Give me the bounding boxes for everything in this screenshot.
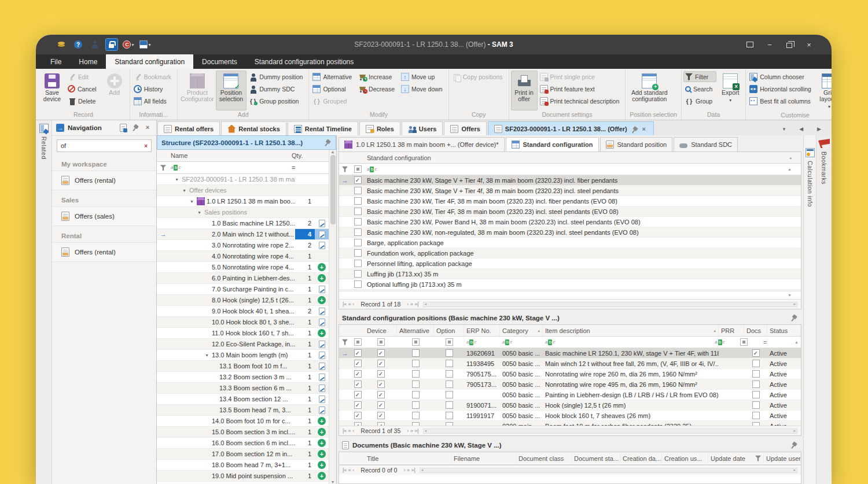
qty-filter-operator[interactable]: = [292, 164, 315, 171]
position-doc-icon[interactable] [319, 319, 325, 326]
qty-cell[interactable]: 1 [295, 460, 315, 470]
cell-checkbox[interactable] [446, 370, 453, 378]
column-header-erp-no[interactable]: ERP No. [464, 325, 500, 336]
pager-first-icon[interactable]: |« « ‹ [343, 467, 354, 473]
qty-cell[interactable]: 1 [295, 372, 315, 382]
add-position-icon[interactable]: + [318, 263, 326, 271]
config-checkbox[interactable] [354, 249, 362, 257]
qty-cell[interactable]: 1 [295, 328, 315, 338]
menu-tab-file[interactable]: File [42, 54, 70, 69]
cell-checkbox[interactable] [752, 391, 760, 398]
menu-tab-documents[interactable]: Documents [193, 54, 246, 69]
coins-icon[interactable] [56, 39, 67, 50]
scroll-down-icon[interactable]: ▼ [788, 293, 792, 297]
column-header-docs[interactable]: Docs [744, 325, 767, 336]
add-position-icon[interactable]: + [318, 461, 326, 469]
config-row[interactable]: Personnel lifting, application package [339, 258, 801, 269]
qty-cell[interactable]: 1 [295, 350, 315, 360]
config-checkbox[interactable] [354, 228, 362, 236]
history-button[interactable]: History [132, 83, 175, 94]
pin-icon[interactable] [321, 136, 333, 149]
cell-checkbox[interactable] [354, 360, 362, 367]
add-position-icon[interactable]: + [318, 274, 326, 282]
structure-scrollbar[interactable]: ▲ ▼ [329, 150, 336, 484]
column-header-alternative[interactable]: Alternative [397, 325, 434, 336]
cell-checkbox[interactable] [354, 412, 362, 419]
tree-row[interactable]: 10.0 Hook block 80 t, 3 she...1 [157, 317, 329, 328]
tree-row[interactable]: 6.0 Painting in Liebherr-des...1+ [157, 273, 329, 284]
position-row[interactable]: →136206910050 basic ...Basic machine LR … [339, 348, 801, 359]
clear-search-icon[interactable]: × [144, 143, 148, 149]
tree-row[interactable]: ▾1.0 LR 1250.1 38 m main boo...1 [157, 196, 329, 207]
column-header-update-date[interactable]: Update date [708, 452, 764, 464]
document-tab-roles[interactable]: Roles [359, 121, 400, 135]
column-header-qty[interactable]: Qty. [292, 152, 315, 159]
cell-checkbox[interactable] [354, 370, 362, 378]
move-down-button[interactable]: ↓Move down [399, 83, 447, 94]
scroll-left-icon[interactable]: ◀ [799, 126, 803, 132]
column-header-option[interactable]: Option [434, 325, 464, 336]
horizontal-scrolling-button[interactable]: Horizontal scrolling [748, 83, 815, 94]
tree-row[interactable]: ▾SF2023-000091-1 - LR 1250.1 38 m main .… [157, 174, 329, 185]
cell-checkbox[interactable] [377, 401, 385, 409]
cell-checkbox[interactable] [446, 360, 453, 367]
pager-last-icon[interactable]: › » »| [403, 467, 415, 473]
add-position-icon[interactable]: + [318, 472, 326, 480]
config-row[interactable]: Basic machine 230 kW, Stage V + Tier 4f,… [339, 186, 801, 196]
document-tab-rental-timeline[interactable]: Rental Timeline [288, 121, 358, 135]
unlock-icon[interactable] [106, 39, 117, 50]
cell-checkbox[interactable] [412, 391, 420, 398]
cell-checkbox[interactable] [752, 412, 760, 419]
column-header-category[interactable]: Category▴ [500, 325, 543, 336]
config-row[interactable]: Basic machine 230 kW, Power Band H, 38 m… [339, 217, 801, 227]
grid-layouts-button[interactable]: Grid layouts▾ [816, 71, 832, 111]
config-checkbox[interactable] [354, 280, 362, 288]
tree-row[interactable]: →2.0 Main winch 12 t without...4 [157, 229, 329, 240]
cell-checkbox[interactable] [446, 412, 453, 419]
column-header-item-description[interactable]: Item description▴ [543, 325, 719, 336]
column-header-title[interactable]: Title [365, 452, 451, 464]
checkbox-filter-icon[interactable] [377, 338, 385, 346]
horizontal-scrollbar[interactable]: ◂▸ [423, 302, 797, 307]
checkbox-filter-icon[interactable] [354, 338, 362, 346]
pin-icon[interactable] [787, 439, 800, 452]
dummy-position-button[interactable]: Dummy position [247, 71, 307, 82]
position-doc-icon[interactable] [319, 242, 325, 249]
nav-item-offers-rental[interactable]: Offers (rental) [52, 243, 156, 262]
position-row[interactable]: 7905173...0050 basic ...Nonrotating wire… [339, 379, 801, 390]
filter-icon[interactable] [342, 166, 348, 172]
tree-row[interactable]: ▾Sales positions [157, 207, 329, 218]
position-doc-icon[interactable] [319, 220, 325, 227]
cell-checkbox[interactable] [354, 391, 362, 398]
column-header-status[interactable]: Status [767, 325, 801, 336]
pager-first-icon[interactable]: |« « ‹ [343, 428, 354, 434]
position-row[interactable]: 9190071...0050 basic ...Hook (single) 12… [339, 400, 801, 411]
cell-checkbox[interactable] [752, 380, 760, 388]
qty-cell[interactable]: 1 [295, 383, 315, 393]
optional-button[interactable]: Optional [311, 83, 356, 94]
add-position-icon[interactable]: + [318, 428, 326, 436]
cell-checkbox[interactable] [752, 370, 760, 378]
position-doc-icon[interactable] [319, 286, 325, 293]
cell-checkbox[interactable] [752, 360, 760, 367]
tree-row[interactable]: 13.4 Boom section 12 ...1 [157, 394, 329, 405]
config-checkbox[interactable] [354, 239, 362, 246]
group-position-button[interactable]: Group position [247, 95, 307, 106]
tree-row[interactable]: 19.0 Mid point suspension ...1+ [157, 471, 329, 482]
tree-row[interactable]: 9.0 Hook block 40 t, 1 shea...2 [157, 306, 329, 317]
cell-checkbox[interactable] [446, 380, 453, 388]
document-tab-sf2023-000091-1-lr-1250-1-38-offer[interactable]: SF2023-000091-1 - LR 1250.1 38... (Offer… [488, 121, 654, 135]
qty-cell[interactable]: 1 [295, 361, 315, 371]
close-tab-icon[interactable] [641, 125, 648, 132]
cell-checkbox[interactable] [377, 412, 385, 419]
cell-checkbox[interactable] [377, 349, 385, 357]
qty-cell[interactable]: 1 [295, 416, 315, 426]
position-row[interactable]: 0050 basic ...Painting in Liebherr-desig… [339, 390, 801, 400]
horizontal-scrollbar[interactable]: ◂▸ [423, 428, 797, 434]
checkbox-filter-icon[interactable] [354, 165, 362, 173]
tree-row[interactable]: 16.0 Boom section 6 m incl....1+ [157, 438, 329, 449]
cancel-button[interactable]: Cancel [66, 83, 101, 94]
column-header-creation-da[interactable]: Creation da... [620, 452, 662, 464]
checkbox-filter-icon[interactable] [446, 338, 453, 346]
config-row[interactable]: Foundation work, application package [339, 248, 801, 258]
